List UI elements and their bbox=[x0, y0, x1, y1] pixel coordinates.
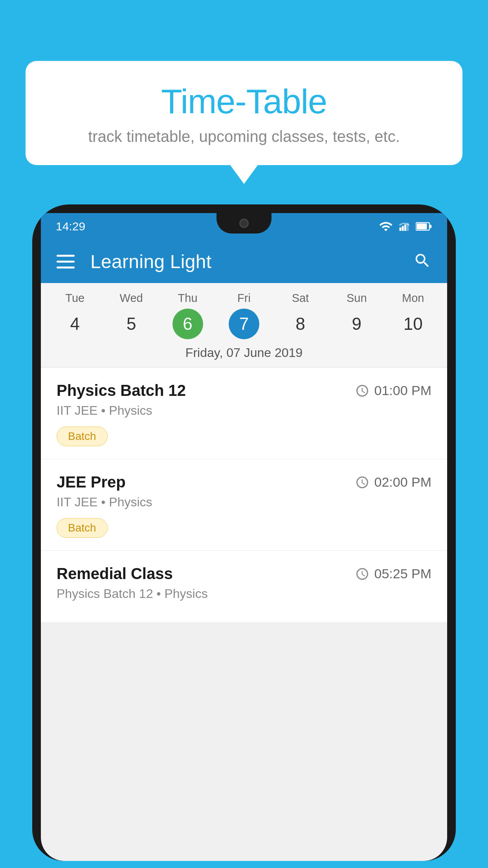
day-number: 8 bbox=[285, 309, 316, 339]
phone-camera bbox=[239, 219, 249, 228]
class-item[interactable]: Physics Batch 12 01:00 PMIIT JEE • Physi… bbox=[41, 368, 447, 459]
day-name: Fri bbox=[237, 292, 251, 305]
search-button[interactable] bbox=[413, 252, 431, 271]
calendar-strip: Tue4Wed5Thu6Fri7Sat8Sun9Mon10 Friday, 07… bbox=[41, 283, 447, 368]
class-name: Physics Batch 12 bbox=[57, 382, 186, 399]
wifi-icon bbox=[379, 219, 393, 234]
day-name: Wed bbox=[120, 292, 143, 305]
app-title: Learning Light bbox=[90, 251, 398, 272]
batch-badge: Batch bbox=[57, 427, 108, 446]
day-number: 7 bbox=[229, 309, 259, 339]
tooltip-card: Time-Table track timetable, upcoming cla… bbox=[26, 61, 462, 165]
class-time: 01:00 PM bbox=[355, 383, 431, 398]
week-day-col[interactable]: Wed5 bbox=[103, 292, 159, 339]
status-time: 14:29 bbox=[56, 220, 85, 233]
status-bar: 14:29 bbox=[41, 213, 447, 240]
week-day-col[interactable]: Mon10 bbox=[385, 292, 441, 339]
svg-rect-5 bbox=[416, 224, 427, 230]
menu-icon[interactable] bbox=[57, 255, 75, 268]
day-name: Sun bbox=[347, 292, 367, 305]
svg-rect-0 bbox=[400, 228, 402, 231]
svg-rect-3 bbox=[407, 223, 409, 231]
svg-rect-6 bbox=[430, 225, 431, 228]
svg-rect-1 bbox=[402, 226, 404, 231]
week-day-col[interactable]: Sat8 bbox=[272, 292, 328, 339]
week-day-col[interactable]: Sun9 bbox=[328, 292, 385, 339]
phone-screen: Learning Light Tue4Wed5Thu6Fri7Sat8Sun9M… bbox=[41, 240, 447, 861]
day-number: 6 bbox=[172, 309, 203, 339]
class-list: Physics Batch 12 01:00 PMIIT JEE • Physi… bbox=[41, 368, 447, 623]
day-number: 5 bbox=[116, 309, 147, 339]
week-day-col[interactable]: Tue4 bbox=[47, 292, 103, 339]
day-name: Thu bbox=[178, 292, 198, 305]
signal-icon bbox=[398, 221, 410, 232]
day-number: 10 bbox=[398, 309, 428, 339]
tooltip-subtitle: track timetable, upcoming classes, tests… bbox=[49, 128, 439, 145]
class-time: 02:00 PM bbox=[355, 474, 431, 490]
week-day-col[interactable]: Fri7 bbox=[216, 292, 272, 339]
class-item[interactable]: Remedial Class 05:25 PMPhysics Batch 12 … bbox=[41, 551, 447, 623]
class-meta: IIT JEE • Physics bbox=[57, 495, 431, 509]
day-number: 4 bbox=[60, 309, 90, 339]
svg-rect-2 bbox=[404, 224, 406, 231]
class-name: Remedial Class bbox=[57, 565, 173, 583]
search-icon bbox=[413, 252, 431, 270]
tooltip-title: Time-Table bbox=[49, 83, 439, 121]
week-days-row: Tue4Wed5Thu6Fri7Sat8Sun9Mon10 bbox=[41, 287, 447, 339]
week-day-col[interactable]: Thu6 bbox=[160, 292, 216, 339]
class-item[interactable]: JEE Prep 02:00 PMIIT JEE • PhysicsBatch bbox=[41, 459, 447, 551]
day-name: Tue bbox=[65, 292, 84, 305]
class-meta: Physics Batch 12 • Physics bbox=[57, 587, 431, 601]
clock-icon bbox=[355, 567, 369, 581]
batch-badge: Batch bbox=[57, 518, 108, 538]
status-icons bbox=[379, 219, 432, 234]
day-name: Sat bbox=[292, 292, 309, 305]
day-name: Mon bbox=[402, 292, 424, 305]
phone-wrapper: 14:29 bbox=[32, 204, 456, 868]
day-number: 9 bbox=[341, 309, 372, 339]
battery-icon bbox=[416, 221, 432, 232]
clock-icon bbox=[355, 384, 369, 398]
class-name: JEE Prep bbox=[57, 473, 126, 491]
app-toolbar: Learning Light bbox=[41, 240, 447, 283]
phone-outer: 14:29 bbox=[32, 204, 456, 861]
class-meta: IIT JEE • Physics bbox=[57, 403, 431, 418]
selected-date-label: Friday, 07 June 2019 bbox=[41, 339, 447, 368]
phone-notch bbox=[216, 213, 272, 234]
clock-icon bbox=[355, 475, 369, 489]
class-time: 05:25 PM bbox=[355, 566, 431, 581]
